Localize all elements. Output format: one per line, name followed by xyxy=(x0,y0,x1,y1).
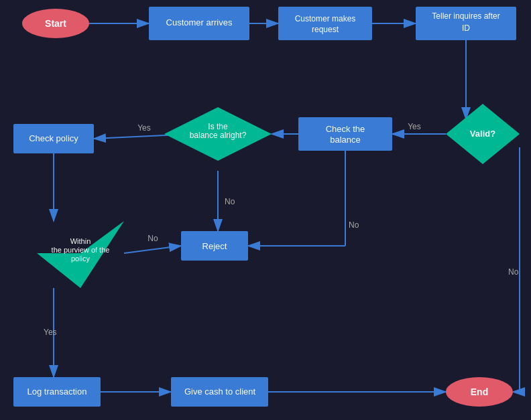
balance-alright-label1: Is the xyxy=(208,122,228,131)
label-no-valid: No xyxy=(508,267,519,277)
purview-label1: Within xyxy=(70,237,91,245)
reject-label: Reject xyxy=(202,241,227,251)
purview-label3: policy xyxy=(71,255,91,263)
customer-arrives-label: Customer arrives xyxy=(166,17,233,27)
svg-rect-1 xyxy=(0,0,531,420)
check-policy-label: Check policy xyxy=(29,133,78,143)
label-yes-purview: Yes xyxy=(44,328,57,337)
teller-id-label1: Teller inquires after xyxy=(432,11,499,21)
log-transaction-label: Log transaction xyxy=(27,387,87,397)
label-no-balance: No xyxy=(225,197,235,206)
customer-request-node xyxy=(278,7,372,40)
end-label: End xyxy=(471,387,488,397)
start-label: Start xyxy=(45,18,66,29)
customer-request-label2: request xyxy=(312,25,339,34)
check-balance-label1: Check the xyxy=(326,124,365,134)
check-balance-label2: balance xyxy=(330,135,361,145)
balance-alright-label2: balance alright? xyxy=(190,131,247,140)
valid-label: Valid? xyxy=(470,129,495,139)
purview-label2: the purview of the xyxy=(52,246,110,254)
give-cash-label: Give cash to client xyxy=(184,387,256,397)
label-yes-valid: Yes xyxy=(408,122,421,131)
teller-id-label2: ID xyxy=(462,23,470,33)
flowchart: Yes Yes No No No No Yes Start Customer a… xyxy=(0,0,531,420)
customer-request-label1: Customer makes xyxy=(295,14,356,23)
label-no-checkbalance: No xyxy=(349,220,359,230)
label-yes-balance: Yes xyxy=(137,123,151,133)
check-balance-node xyxy=(298,117,392,151)
label-no-purview: No xyxy=(148,234,158,243)
